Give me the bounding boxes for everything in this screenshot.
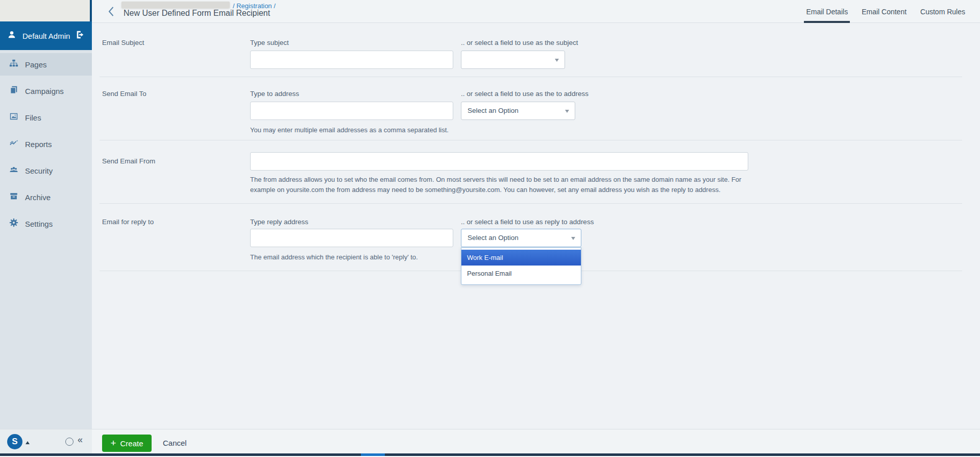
bottom-edge-highlight (361, 453, 385, 456)
caret-down-icon (555, 59, 559, 62)
tab-bar: Email Details Email Content Custom Rules (804, 0, 967, 23)
dropdown-option-work-email[interactable]: Work E-mail (461, 250, 581, 266)
sidebar-item-reports[interactable]: Reports (0, 133, 92, 155)
reply-address-input[interactable] (250, 229, 453, 247)
row-label-email-reply-to: Email for reply to (102, 218, 154, 226)
tab-email-content[interactable]: Email Content (860, 0, 909, 23)
app-window: Default Admin Pages Campaigns (0, 0, 980, 457)
subject-input[interactable] (250, 51, 453, 69)
field-label-subject-select: .. or select a field to use as the subje… (461, 39, 578, 46)
breadcrumb-redacted-site-name (121, 2, 230, 8)
sidebar-item-security[interactable]: Security (0, 159, 92, 182)
reply-field-select[interactable]: Select an Option (461, 229, 581, 247)
sidebar: Default Admin Pages Campaigns (0, 0, 92, 453)
people-icon (9, 165, 18, 176)
logo-caret-icon[interactable] (26, 441, 30, 444)
sidebar-nav: Pages Campaigns Files Reports (0, 50, 92, 429)
tab-custom-rules[interactable]: Custom Rules (918, 0, 967, 23)
reply-select-dropdown-panel: Work E-mail Personal Email (461, 247, 581, 285)
divider (100, 77, 962, 77)
field-label-to-select: .. or select a field to use as the to ad… (461, 90, 589, 98)
create-button[interactable]: + Create (102, 435, 152, 452)
sidebar-item-label: Files (25, 113, 41, 122)
caret-down-icon (571, 237, 575, 240)
sidebar-item-pages[interactable]: Pages (0, 53, 92, 76)
page-header: / Registration / New User Defined Form E… (92, 0, 980, 23)
sidebar-item-files[interactable]: Files (0, 106, 92, 129)
sidebar-top-spacer (0, 0, 92, 21)
tab-email-details[interactable]: Email Details (804, 0, 850, 23)
image-icon (9, 112, 18, 123)
create-button-label: Create (120, 439, 143, 448)
field-label-type-reply-address: Type reply address (250, 218, 308, 226)
ring-icon[interactable] (65, 438, 74, 446)
to-address-input[interactable] (250, 102, 453, 120)
box-icon (9, 191, 18, 203)
sidebar-item-label: Settings (25, 220, 53, 228)
app-logo[interactable]: S (7, 434, 22, 449)
reply-select-value: Select an Option (468, 234, 519, 242)
sidebar-item-label: Security (25, 166, 53, 175)
sidebar-footer: S « (0, 429, 92, 453)
plus-icon: + (110, 438, 116, 448)
sitemap-icon (9, 59, 18, 70)
row-label-email-subject: Email Subject (102, 39, 144, 46)
sidebar-item-archive[interactable]: Archive (0, 186, 92, 208)
sidebar-item-label: Reports (25, 140, 52, 149)
sidebar-item-campaigns[interactable]: Campaigns (0, 80, 92, 102)
helper-reply-to: The email address which the recipient is… (250, 252, 418, 262)
user-name: Default Admin (22, 32, 76, 40)
action-bar: + Create Cancel (92, 429, 980, 453)
current-user-bar[interactable]: Default Admin (0, 21, 92, 50)
sidebar-item-label: Archive (25, 193, 51, 202)
row-label-send-email-to: Send Email To (102, 90, 146, 98)
from-address-input[interactable] (250, 152, 748, 171)
divider (100, 203, 962, 204)
bottom-edge-bar (0, 453, 980, 456)
gear-icon (9, 218, 18, 229)
sidebar-item-label: Campaigns (25, 87, 64, 95)
dropdown-option-personal-email[interactable]: Personal Email (461, 266, 581, 281)
caret-down-icon (565, 110, 569, 113)
row-label-send-email-from: Send Email From (102, 157, 155, 165)
collapse-sidebar-button[interactable]: « (78, 435, 83, 445)
sidebar-item-settings[interactable]: Settings (0, 212, 92, 235)
divider (100, 140, 962, 140)
sidebar-item-label: Pages (25, 60, 47, 69)
copies-icon (9, 85, 18, 97)
back-button[interactable] (107, 6, 115, 19)
helper-send-from: The from address allows you to set who t… (250, 175, 755, 195)
helper-send-to: You may enter multiple email addresses a… (250, 125, 449, 135)
form-area: Email Subject Type subject .. or select … (92, 23, 980, 429)
chart-icon (9, 138, 18, 150)
to-field-select[interactable]: Select an Option (461, 102, 575, 120)
subject-field-select[interactable] (461, 51, 565, 69)
to-select-value: Select an Option (468, 107, 519, 114)
page-title: New User Defined Form Email Recipient (124, 9, 270, 18)
field-label-reply-select: .. or select a field to use as reply to … (461, 218, 594, 226)
cancel-button[interactable]: Cancel (163, 435, 187, 452)
field-label-type-to-address: Type to address (250, 90, 299, 98)
logout-icon[interactable] (76, 30, 85, 41)
field-label-type-subject: Type subject (250, 39, 289, 46)
user-icon (7, 30, 16, 41)
